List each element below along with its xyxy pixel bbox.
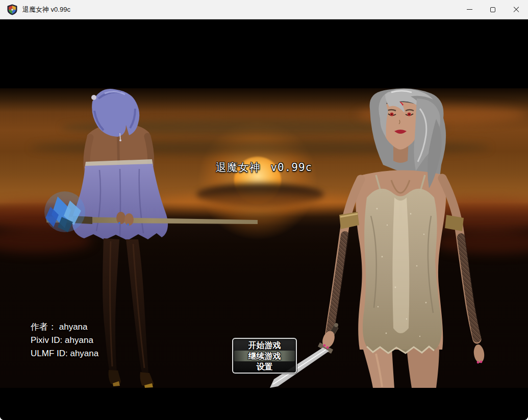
minimize-button[interactable] [458,0,481,19]
credits-block: 作者： ahyana Pixiv ID: ahyana ULMF ID: ahy… [31,320,98,360]
app-window: 退魔女神 v0.99c [0,0,528,420]
credit-pixiv: Pixiv ID: ahyana [31,334,98,347]
title-screen-scene: 退魔女神 v0.99c 作者： ahyana Pixiv ID: ahyana … [0,88,528,388]
credit-ulmf: ULMF ID: ahyana [31,347,98,360]
menu-item-settings[interactable]: 设置 [234,361,295,372]
app-icon [7,4,18,15]
title-command-window: 开始游戏 继续游戏 设置 [232,338,297,374]
minimize-icon [467,9,472,10]
game-viewport: 退魔女神 v0.99c 作者： ahyana Pixiv ID: ahyana … [0,19,528,420]
menu-item-new-game[interactable]: 开始游戏 [234,340,295,351]
window-controls [458,0,528,19]
close-icon [513,7,519,13]
window-titlebar[interactable]: 退魔女神 v0.99c [0,0,528,19]
game-title-overlay: 退魔女神 v0.99c [0,160,528,175]
window-title: 退魔女神 v0.99c [22,5,70,14]
menu-item-continue[interactable]: 继续游戏 [234,351,295,361]
credit-author: 作者： ahyana [31,320,98,334]
close-button[interactable] [505,0,528,19]
maximize-button[interactable] [481,0,505,19]
maximize-icon [490,7,495,12]
